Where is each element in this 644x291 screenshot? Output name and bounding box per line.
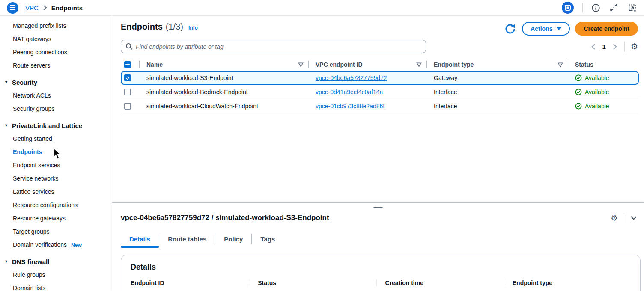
actions-button[interactable]: Actions bbox=[522, 22, 570, 36]
field-label-status: Status bbox=[258, 279, 376, 286]
sidebar-item-rule-groups[interactable]: Rule groups bbox=[0, 268, 112, 282]
panel-tabs: Details Route tables Policy Tags bbox=[121, 232, 644, 248]
field-label-endpoint-type: Endpoint type bbox=[513, 279, 631, 286]
caret-down-icon bbox=[556, 27, 561, 30]
status-badge: Available bbox=[575, 103, 609, 110]
previous-page-icon[interactable] bbox=[590, 42, 596, 51]
vpc-endpoint-id-link[interactable]: vpce-0d41a9ecf4c0af14a bbox=[316, 89, 383, 95]
breadcrumb-vpc-link[interactable]: VPC bbox=[25, 4, 39, 12]
route-trace-icon[interactable] bbox=[609, 3, 619, 12]
section-caret-icon: ▼ bbox=[4, 76, 8, 89]
search-input[interactable] bbox=[121, 40, 426, 53]
column-header-endpoint-type[interactable]: Endpoint type bbox=[434, 61, 474, 68]
sidebar-item-endpoint-services[interactable]: Endpoint services bbox=[0, 159, 112, 172]
screen-share-icon[interactable] bbox=[627, 3, 637, 12]
menu-icon[interactable] bbox=[7, 2, 18, 14]
section-caret-icon: ▼ bbox=[4, 255, 8, 268]
sidebar-item-resource-configurations[interactable]: Resource configurations bbox=[0, 199, 112, 212]
table-header-row: Name VPC endpoint ID Endpoint type Statu… bbox=[121, 58, 639, 71]
check-circle-icon bbox=[575, 74, 582, 81]
vpc-endpoint-id-link[interactable]: vpce-01cb973c88e2ad86f bbox=[316, 103, 385, 110]
side-navigation: Managed prefix lists NAT gateways Peerin… bbox=[0, 16, 112, 291]
row-checkbox[interactable] bbox=[124, 74, 131, 81]
check-circle-icon bbox=[575, 103, 582, 110]
create-endpoint-button[interactable]: Create endpoint bbox=[575, 22, 638, 36]
row-checkbox[interactable] bbox=[124, 89, 131, 95]
panel-preferences-gear-icon[interactable]: ⚙ bbox=[611, 214, 618, 222]
row-checkbox[interactable] bbox=[124, 103, 131, 110]
selection-count: (1/3) bbox=[166, 22, 183, 32]
filter-icon bbox=[298, 62, 304, 67]
field-label-creation-time: Creation time bbox=[385, 279, 504, 286]
sidebar-item-peering-connections[interactable]: Peering connections bbox=[0, 46, 112, 59]
endpoint-type: Interface bbox=[427, 99, 568, 113]
main-content: Endpoints (1/3) Info Actions Create endp… bbox=[112, 16, 644, 291]
endpoint-name: simulated-workload-S3-Endpoint bbox=[140, 71, 309, 85]
status-badge: Available bbox=[575, 89, 609, 95]
pager-divider bbox=[624, 42, 625, 52]
new-badge[interactable]: New bbox=[71, 242, 82, 249]
split-panel-drag-handle[interactable] bbox=[373, 207, 383, 208]
details-heading: Details bbox=[131, 263, 631, 272]
tab-details[interactable]: Details bbox=[121, 232, 159, 248]
breadcrumb-chevron-icon bbox=[43, 5, 47, 11]
split-panel: vpce-04be6a57827759d72 / simulated-workl… bbox=[112, 202, 644, 291]
column-header-name[interactable]: Name bbox=[146, 61, 163, 68]
details-card: Details Endpoint ID Status Creation time… bbox=[121, 255, 641, 291]
filter-icon bbox=[416, 62, 422, 67]
page-title: Endpoints bbox=[121, 22, 163, 32]
sidebar-section-dns-firewall[interactable]: ▼DNS firewall bbox=[0, 255, 112, 268]
endpoint-name: simulated-workload-Bedrock-Endpoint bbox=[140, 85, 309, 99]
sidebar-section-label: DNS firewall bbox=[12, 255, 50, 268]
info-icon[interactable] bbox=[591, 3, 600, 12]
sidebar-item-security-groups[interactable]: Security groups bbox=[0, 102, 112, 116]
sidebar-item-target-groups[interactable]: Target groups bbox=[0, 225, 112, 238]
search-icon bbox=[125, 43, 133, 52]
sidebar-section-privatelink-and-lattice[interactable]: ▼PrivateLink and Lattice bbox=[0, 119, 112, 132]
table-row[interactable]: simulated-workload-Bedrock-Endpoint vpce… bbox=[121, 85, 639, 99]
sidebar-item-network-acls[interactable]: Network ACLs bbox=[0, 89, 112, 102]
info-link[interactable]: Info bbox=[188, 25, 198, 31]
field-label-endpoint-id: Endpoint ID bbox=[131, 279, 249, 286]
sidebar-item-nat-gateways[interactable]: NAT gateways bbox=[0, 33, 112, 46]
vpc-endpoint-id-link[interactable]: vpce-04be6a57827759d72 bbox=[316, 74, 387, 81]
top-navigation-bar: VPC Endpoints bbox=[0, 0, 644, 16]
section-caret-icon: ▼ bbox=[4, 119, 8, 132]
refresh-button[interactable] bbox=[503, 22, 517, 36]
next-page-icon[interactable] bbox=[612, 42, 618, 51]
column-header-vpc-endpoint-id[interactable]: VPC endpoint ID bbox=[316, 61, 363, 68]
sidebar-item-domain-lists[interactable]: Domain lists bbox=[0, 282, 112, 291]
sidebar-item-endpoints[interactable]: Endpoints bbox=[0, 146, 112, 159]
page-number[interactable]: 1 bbox=[602, 43, 606, 50]
sidebar-item-resource-gateways[interactable]: Resource gateways bbox=[0, 212, 112, 225]
sidebar-section-label: PrivateLink and Lattice bbox=[12, 119, 82, 132]
filter-icon bbox=[558, 62, 563, 67]
tab-tags[interactable]: Tags bbox=[252, 232, 283, 248]
sidebar-item-domain-verifications[interactable]: Domain verificationsNew bbox=[0, 238, 112, 252]
focus-mode-icon[interactable] bbox=[562, 2, 574, 14]
breadcrumb-current: Endpoints bbox=[51, 4, 83, 12]
status-badge: Available bbox=[575, 74, 609, 81]
table-row[interactable]: simulated-workload-S3-Endpoint vpce-04be… bbox=[121, 71, 639, 85]
select-all-checkbox[interactable] bbox=[124, 61, 131, 68]
split-panel-title: vpce-04be6a57827759d72 / simulated-workl… bbox=[121, 214, 329, 222]
check-circle-icon bbox=[575, 89, 582, 95]
endpoints-table: Name VPC endpoint ID Endpoint type Statu… bbox=[112, 53, 644, 113]
sidebar-section-label: Security bbox=[12, 76, 37, 89]
sidebar-item-service-networks[interactable]: Service networks bbox=[0, 172, 112, 185]
endpoint-type: Gateway bbox=[427, 71, 568, 85]
endpoint-type: Interface bbox=[427, 85, 568, 99]
tab-policy[interactable]: Policy bbox=[215, 232, 251, 248]
sidebar-item-getting-started[interactable]: Getting started bbox=[0, 132, 112, 146]
sidebar-item-managed-prefix-lists[interactable]: Managed prefix lists bbox=[0, 19, 112, 33]
table-preferences-gear-icon[interactable]: ⚙ bbox=[631, 42, 638, 50]
endpoint-name: simulated-workload-CloudWatch-Endpoint bbox=[140, 99, 309, 113]
tab-route-tables[interactable]: Route tables bbox=[159, 232, 215, 248]
panel-divider bbox=[624, 213, 624, 223]
sidebar-section-security[interactable]: ▼Security bbox=[0, 76, 112, 89]
sidebar-item-lattice-services[interactable]: Lattice services bbox=[0, 185, 112, 199]
collapse-panel-chevron-icon[interactable] bbox=[630, 216, 637, 220]
sidebar-item-route-servers[interactable]: Route servers bbox=[0, 59, 112, 72]
table-row[interactable]: simulated-workload-CloudWatch-Endpoint v… bbox=[121, 99, 639, 113]
column-header-status[interactable]: Status bbox=[575, 61, 593, 68]
